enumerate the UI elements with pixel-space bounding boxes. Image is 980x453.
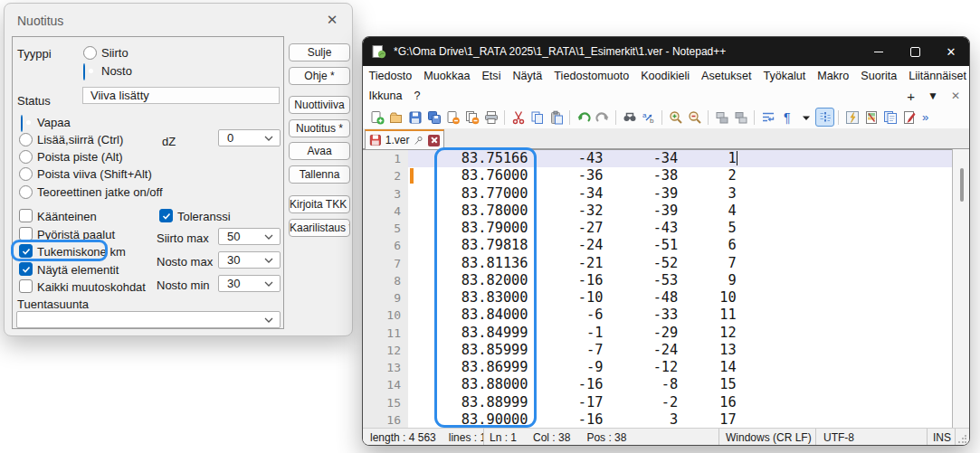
checkbox-toleranssi-label[interactable]: Toleranssi <box>177 210 231 223</box>
close-icon[interactable]: ✕ <box>951 90 960 102</box>
maximize-button[interactable] <box>897 37 933 66</box>
nosto-max-combo[interactable]: 30 <box>218 251 281 269</box>
status-eol-format[interactable]: Windows (CR LF) <box>726 431 812 444</box>
dialog-button-nuottiviiva[interactable]: Nuottiviiva <box>289 96 350 114</box>
document-list-icon[interactable] <box>880 108 899 127</box>
save-all-icon[interactable] <box>424 108 443 127</box>
editor-line-13[interactable]: 13 83.86999 -9 -12 14 <box>363 359 969 376</box>
editor-line-2[interactable]: 2 83.76000 -36 -38 2 <box>363 167 969 184</box>
dz-combo[interactable]: 0 <box>218 129 281 146</box>
sync-vertical-icon[interactable] <box>712 108 731 127</box>
document-switcher-icon[interactable] <box>899 108 918 127</box>
checkbox-kaanteinen-label[interactable]: Käänteinen <box>37 210 97 223</box>
editor-line-10[interactable]: 10 83.84000 -6 -33 11 <box>363 307 969 324</box>
checkbox-kaikki-muutoskohdat-label[interactable]: Kaikki muutoskohdat <box>37 280 146 294</box>
undo-icon[interactable] <box>574 108 593 127</box>
word-wrap-icon[interactable] <box>758 108 777 127</box>
checkbox-toleranssi[interactable] <box>159 209 173 222</box>
vertical-scrollbar[interactable] <box>953 149 970 428</box>
close-all-docs-icon[interactable] <box>462 108 481 127</box>
scrollbar-thumb[interactable] <box>960 168 964 202</box>
radio-vapaa[interactable] <box>21 115 23 132</box>
dialog-button-kirjoita-tkk[interactable]: Kirjoita TKK * <box>289 195 350 213</box>
menu-item-liitnniset[interactable]: Liitännäiset <box>903 70 970 82</box>
close-doc-icon[interactable] <box>443 108 462 127</box>
tab-1ver[interactable]: 1.ver <box>365 129 444 149</box>
siirto-max-combo[interactable]: 50 <box>218 228 281 245</box>
editor-line-16[interactable]: 16 83.90000 -16 3 17 <box>363 411 969 429</box>
editor-line-6[interactable]: 6 83.79818 -24 -51 6 <box>363 237 969 254</box>
editor-line-14[interactable]: 14 83.88000 -16 -8 15 <box>363 376 969 393</box>
find-icon[interactable] <box>620 108 639 127</box>
plus-icon[interactable]: + <box>907 89 915 104</box>
dialog-close-icon[interactable]: ✕ <box>324 12 340 28</box>
menu-item-tiedosto[interactable]: Tiedosto <box>363 70 418 82</box>
zoom-in-icon[interactable] <box>666 108 685 127</box>
minimize-button[interactable] <box>861 37 897 66</box>
show-all-characters-icon[interactable]: ¶ <box>777 108 796 127</box>
editor-line-1[interactable]: 1 83.75166 -43 -34 1 <box>363 150 969 167</box>
dialog-button-tallenna[interactable]: Tallenna <box>289 165 350 184</box>
dialog-button-ohje[interactable]: Ohje * <box>289 67 350 85</box>
checkbox-kaikki-muutoskohdat[interactable] <box>19 279 33 293</box>
pin-icon[interactable] <box>413 135 424 146</box>
editor-line-7[interactable]: 7 83.81136 -21 -52 7 <box>363 255 969 272</box>
menu-item-tykalut[interactable]: Työkalut <box>757 70 812 82</box>
menu-item-tiedostomuoto[interactable]: Tiedostomuoto <box>548 70 635 82</box>
dialog-button-avaa[interactable]: Avaa <box>289 142 350 160</box>
tab-close-icon[interactable] <box>428 135 440 146</box>
editor-line-3[interactable]: 3 83.77000 -34 -39 3 <box>363 185 969 203</box>
dropdown-arrow-icon[interactable] <box>796 108 815 127</box>
document-map-icon[interactable] <box>861 108 880 127</box>
open-file-icon[interactable] <box>386 108 405 127</box>
menu-item-?[interactable]: ? <box>408 90 426 102</box>
dropdown-icon[interactable]: ▼ <box>928 90 938 102</box>
radio-poista-piste-label[interactable]: Poista piste (Alt) <box>37 150 123 164</box>
menu-item-makro[interactable]: Makro <box>812 70 855 82</box>
radio-vapaa-label[interactable]: Vapaa <box>37 116 71 129</box>
resize-grip-icon[interactable] <box>957 435 966 444</box>
checkbox-nayta-elementit-label[interactable]: Näytä elementit <box>37 263 119 277</box>
toolbar-overflow-icon[interactable]: » <box>922 110 928 124</box>
radio-poista-viiva-label[interactable]: Poista viiva (Shift+Alt) <box>37 167 152 181</box>
radio-poista-viiva[interactable] <box>19 167 33 181</box>
replace-icon[interactable]: ab <box>639 108 658 127</box>
tuentasuunta-combo[interactable] <box>16 311 281 328</box>
radio-nosto-label[interactable]: Nosto <box>101 64 132 78</box>
menu-item-muokkaa[interactable]: Muokkaa <box>418 70 476 82</box>
radio-siirto[interactable] <box>83 46 97 60</box>
status-encoding[interactable]: UTF-8 <box>823 431 854 444</box>
editor-line-11[interactable]: 11 83.84999 -1 -29 12 <box>363 325 969 342</box>
paste-icon[interactable] <box>547 108 566 127</box>
editor-line-8[interactable]: 8 83.82000 -16 -53 9 <box>363 272 969 289</box>
sync-horizontal-icon[interactable] <box>731 108 750 127</box>
radio-lisaa-siirra-label[interactable]: Lisää,siirrä (Ctrl) <box>37 133 123 146</box>
checkbox-pyorista-paalut-label[interactable]: Pyöristä paalut <box>37 228 115 241</box>
radio-lisaa-siirra[interactable] <box>19 133 33 146</box>
cut-icon[interactable] <box>509 108 528 127</box>
zoom-out-icon[interactable] <box>685 108 704 127</box>
editor-line-12[interactable]: 12 83.85999 -7 -24 13 <box>363 342 969 359</box>
radio-nosto[interactable] <box>83 63 85 80</box>
menu-item-ikkuna[interactable]: Ikkuna <box>363 90 408 102</box>
copy-icon[interactable] <box>528 108 547 127</box>
radio-teoreettinen-jatke[interactable] <box>19 185 33 199</box>
close-button[interactable]: ✕ <box>933 37 969 66</box>
checkbox-pyorista-paalut[interactable] <box>19 227 33 241</box>
nosto-min-combo[interactable]: 30 <box>218 275 281 292</box>
status-insert-mode[interactable]: INS <box>933 431 951 444</box>
menu-item-etsi[interactable]: Etsi <box>476 70 507 82</box>
function-list-icon[interactable] <box>842 108 861 127</box>
checkbox-kaanteinen[interactable] <box>19 209 33 222</box>
print-icon[interactable] <box>481 108 500 127</box>
editor-line-15[interactable]: 15 83.88999 -17 -2 16 <box>363 394 969 411</box>
new-file-icon[interactable] <box>367 108 386 127</box>
radio-poista-piste[interactable] <box>19 150 33 164</box>
checkbox-tukemiskone-km[interactable] <box>19 244 33 258</box>
menu-item-suorita[interactable]: Suorita <box>855 70 903 82</box>
dialog-button-nuotitus[interactable]: Nuotitus * <box>289 119 350 137</box>
menu-item-koodikieli[interactable]: Koodikieli <box>635 70 696 82</box>
status-field[interactable]: Viiva lisätty <box>82 87 280 104</box>
editor-line-9[interactable]: 9 83.83000 -10 -48 10 <box>363 289 969 307</box>
dialog-button-kaarilistaus[interactable]: Kaarilistaus * <box>289 219 350 237</box>
